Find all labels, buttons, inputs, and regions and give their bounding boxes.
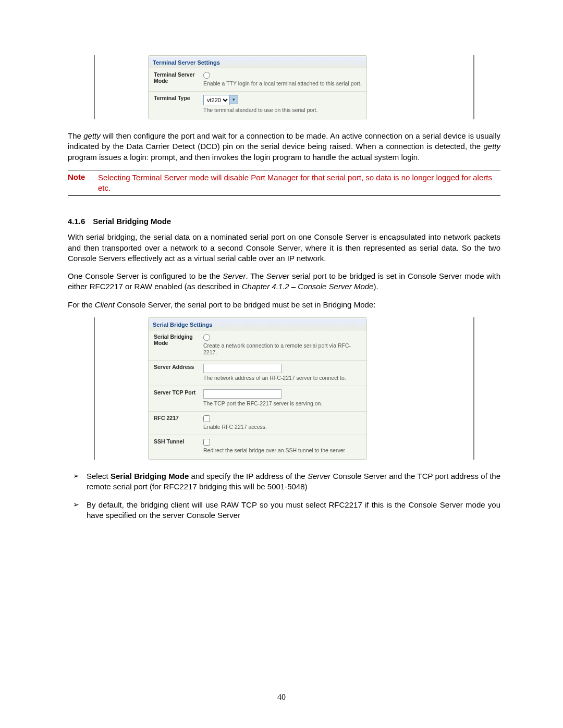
- text-italic: getty: [83, 131, 101, 140]
- text: program issues a login: prompt, and then…: [68, 153, 420, 162]
- field-label: RFC 2217: [154, 415, 203, 421]
- decorative-border: [94, 317, 95, 460]
- text-italic: Server: [308, 472, 331, 480]
- field-description: The terminal standard to use on this ser…: [203, 107, 362, 114]
- text-bold: Serial Bridging Mode: [111, 472, 189, 480]
- text-italic: getty: [483, 142, 500, 151]
- text: One Console Server is configured to be t…: [68, 272, 223, 280]
- text: Console Server, the serial port to be br…: [115, 300, 375, 309]
- field-description: Enable a TTY login for a local terminal …: [203, 80, 362, 87]
- field-content: Enable a TTY login for a local terminal …: [203, 71, 362, 87]
- field-content: The TCP port the RFC-2217 server is serv…: [203, 389, 362, 407]
- screenshot-serial-bridge-settings: Serial Bridge Settings Serial Bridging M…: [94, 317, 474, 460]
- list-item: By default, the bridging client will use…: [87, 500, 500, 521]
- decorative-border: [473, 317, 474, 460]
- bullet-list: Select Serial Bridging Mode and specify …: [68, 471, 500, 521]
- field-description: The TCP port the RFC-2217 server is serv…: [203, 400, 362, 407]
- section-number: 4.1.6: [68, 217, 91, 226]
- note-text: Selecting Terminal Server mode will disa…: [98, 172, 500, 194]
- server-tcp-port-input[interactable]: [203, 389, 282, 399]
- body-paragraph: With serial bridging, the serial data on…: [68, 232, 500, 264]
- field-content: Enable RFC 2217 access.: [203, 415, 362, 430]
- text: For the: [68, 300, 95, 309]
- rfc-2217-checkbox[interactable]: [203, 415, 210, 422]
- field-description: The network address of an RFC-2217 serve…: [203, 375, 362, 381]
- text: . The: [246, 272, 266, 280]
- field-content: vt220 ▾ The terminal standard to use on …: [203, 95, 362, 114]
- row-server-address: Server Address The network address of an…: [149, 361, 366, 386]
- note-callout: Note Selecting Terminal Server mode will…: [68, 170, 500, 196]
- page-number: 40: [0, 693, 563, 702]
- document-page: Terminal Server Settings Terminal Server…: [0, 0, 563, 728]
- section-heading: 4.1.6 Serial Bridging Mode: [68, 217, 500, 226]
- serial-bridging-mode-radio[interactable]: [203, 334, 210, 341]
- body-paragraph: One Console Server is configured to be t…: [68, 271, 500, 292]
- serial-bridge-settings-panel: Serial Bridge Settings Serial Bridging M…: [148, 317, 367, 460]
- row-ssh-tunnel: SSH Tunnel Redirect the serial bridge ov…: [149, 435, 366, 458]
- row-server-tcp-port: Server TCP Port The TCP port the RFC-221…: [149, 386, 366, 412]
- text: will then configure the port and wait fo…: [68, 131, 500, 151]
- field-label: Server Address: [154, 364, 203, 370]
- text-italic: Server: [266, 272, 289, 280]
- terminal-type-select[interactable]: vt220: [203, 95, 230, 105]
- decorative-border: [473, 55, 474, 119]
- field-content: Create a network connection to a remote …: [203, 334, 362, 356]
- decorative-border: [94, 55, 95, 119]
- row-terminal-server-mode: Terminal Server Mode Enable a TTY login …: [149, 68, 366, 92]
- field-label: Terminal Server Mode: [154, 71, 203, 84]
- terminal-server-settings-panel: Terminal Server Settings Terminal Server…: [148, 55, 367, 119]
- text: Select: [87, 472, 111, 480]
- terminal-server-mode-radio[interactable]: [203, 72, 210, 79]
- field-description: Redirect the serial bridge over an SSH t…: [203, 447, 362, 454]
- field-content: Redirect the serial bridge over an SSH t…: [203, 438, 362, 454]
- ssh-tunnel-checkbox[interactable]: [203, 439, 210, 446]
- text-italic: Client: [95, 300, 115, 309]
- field-label: Terminal Type: [154, 95, 203, 101]
- field-content: The network address of an RFC-2217 serve…: [203, 364, 362, 381]
- body-paragraph: For the Client Console Server, the seria…: [68, 300, 500, 310]
- text-italic: Server: [223, 272, 246, 280]
- screenshot-terminal-server-settings: Terminal Server Settings Terminal Server…: [94, 55, 474, 119]
- text: The: [68, 131, 83, 140]
- text: and specify the IP address of the: [189, 472, 308, 480]
- field-label: Serial Bridging Mode: [154, 334, 203, 346]
- note-label: Note: [68, 172, 98, 194]
- field-label: SSH Tunnel: [154, 438, 203, 445]
- panel-title: Terminal Server Settings: [149, 57, 366, 68]
- row-rfc-2217: RFC 2217 Enable RFC 2217 access.: [149, 412, 366, 435]
- row-serial-bridging-mode: Serial Bridging Mode Create a network co…: [149, 330, 366, 361]
- section-title: Serial Bridging Mode: [93, 217, 171, 226]
- row-terminal-type: Terminal Type vt220 ▾ The terminal stand…: [149, 92, 366, 118]
- text: ).: [373, 282, 378, 291]
- panel-title: Serial Bridge Settings: [149, 319, 366, 330]
- chevron-down-icon[interactable]: ▾: [230, 95, 238, 104]
- field-description: Enable RFC 2217 access.: [203, 424, 362, 430]
- field-description: Create a network connection to a remote …: [203, 342, 362, 356]
- field-label: Server TCP Port: [154, 389, 203, 396]
- server-address-input[interactable]: [203, 364, 282, 373]
- text-italic: Chapter 4.1.2 – Console Server Mode: [242, 282, 374, 291]
- list-item: Select Serial Bridging Mode and specify …: [87, 471, 500, 492]
- body-paragraph: The getty will then configure the port a…: [68, 131, 500, 163]
